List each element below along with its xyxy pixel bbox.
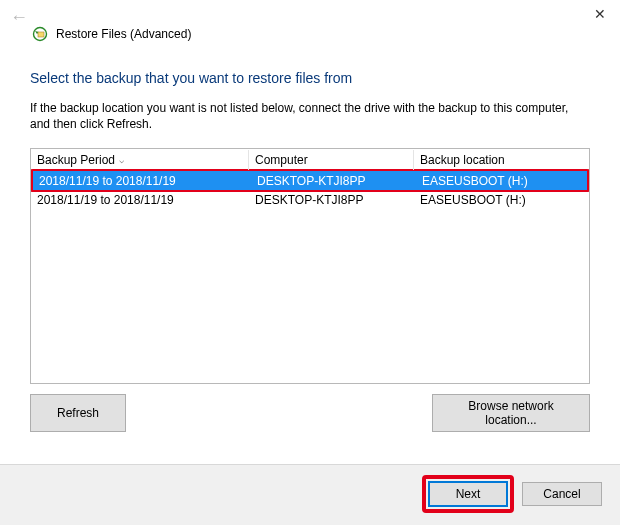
back-icon: ← bbox=[6, 6, 32, 28]
col-header-period-label: Backup Period bbox=[37, 153, 115, 167]
col-header-period[interactable]: Backup Period ⌵ bbox=[31, 150, 249, 170]
cancel-button[interactable]: Cancel bbox=[522, 482, 602, 506]
next-button[interactable]: Next bbox=[428, 481, 508, 507]
close-icon[interactable]: ✕ bbox=[588, 6, 612, 22]
next-button-highlight: Next bbox=[422, 475, 514, 513]
col-header-computer-label: Computer bbox=[255, 153, 308, 167]
page-description: If the backup location you want is not l… bbox=[30, 100, 570, 132]
cell-period: 2018/11/19 to 2018/11/19 bbox=[33, 173, 251, 189]
browse-network-button[interactable]: Browse network location... bbox=[432, 394, 590, 432]
refresh-button[interactable]: Refresh bbox=[30, 394, 126, 432]
cell-location: EASEUSBOOT (H:) bbox=[416, 173, 587, 189]
selected-row-highlight: 2018/11/19 to 2018/11/19 DESKTOP-KTJI8PP… bbox=[30, 169, 590, 192]
table-header: Backup Period ⌵ Computer Backup location bbox=[31, 149, 589, 171]
svg-rect-1 bbox=[38, 32, 44, 37]
title-bar: Restore Files (Advanced) bbox=[0, 24, 620, 52]
cell-period: 2018/11/19 to 2018/11/19 bbox=[31, 192, 249, 208]
col-header-location-label: Backup location bbox=[420, 153, 505, 167]
page-heading: Select the backup that you want to resto… bbox=[30, 70, 590, 86]
cell-computer: DESKTOP-KTJI8PP bbox=[251, 173, 416, 189]
cell-location: EASEUSBOOT (H:) bbox=[414, 192, 589, 208]
backup-table: Backup Period ⌵ Computer Backup location… bbox=[30, 148, 590, 384]
table-row[interactable]: 2018/11/19 to 2018/11/19 DESKTOP-KTJI8PP… bbox=[31, 190, 589, 209]
footer-bar: Next Cancel bbox=[0, 464, 620, 525]
col-header-location[interactable]: Backup location bbox=[414, 150, 589, 170]
cell-computer: DESKTOP-KTJI8PP bbox=[249, 192, 414, 208]
table-row[interactable]: 2018/11/19 to 2018/11/19 DESKTOP-KTJI8PP… bbox=[33, 171, 587, 190]
sort-indicator-icon: ⌵ bbox=[119, 155, 124, 165]
restore-icon bbox=[32, 26, 48, 42]
col-header-computer[interactable]: Computer bbox=[249, 150, 414, 170]
window-title: Restore Files (Advanced) bbox=[56, 27, 191, 41]
